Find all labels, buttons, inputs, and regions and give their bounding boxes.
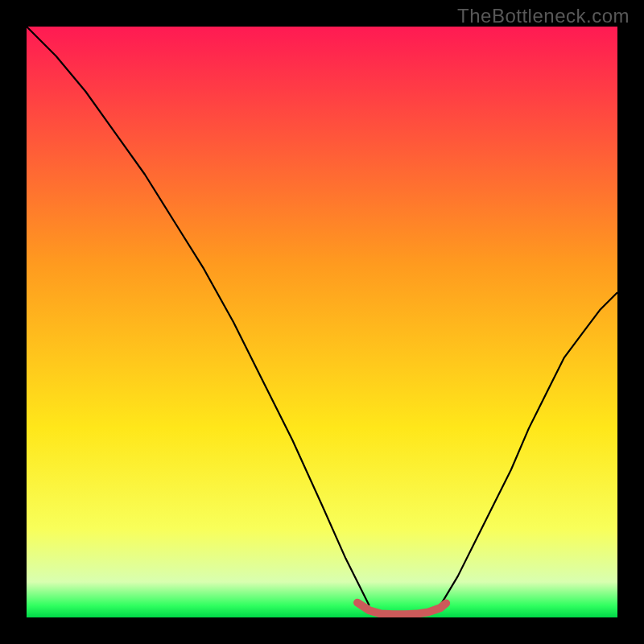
- chart-svg: [27, 27, 617, 617]
- plot-area: [27, 27, 617, 617]
- chart-frame: TheBottleneck.com: [0, 0, 644, 644]
- gradient-background: [27, 27, 617, 617]
- watermark-text: TheBottleneck.com: [457, 5, 630, 27]
